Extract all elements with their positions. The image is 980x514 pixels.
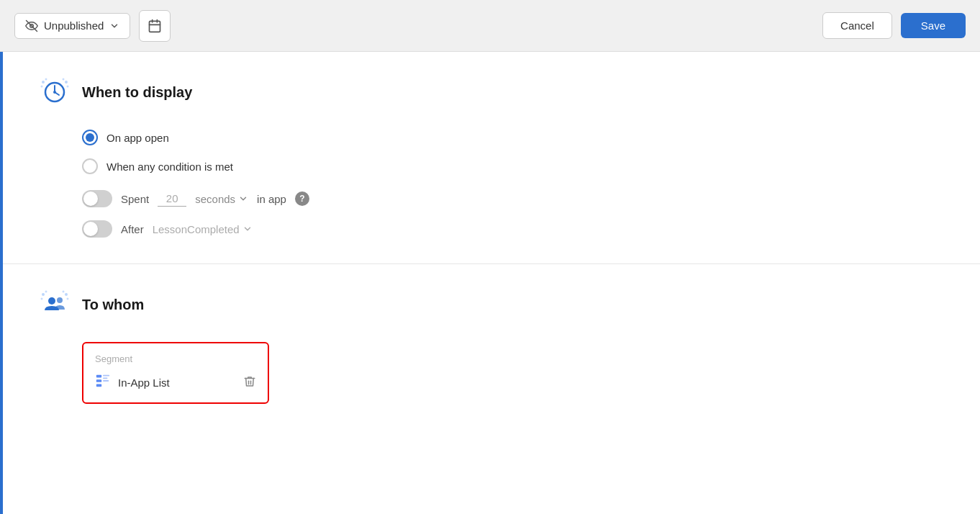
svg-point-22 xyxy=(48,297,55,305)
spent-label: Spent xyxy=(121,193,149,205)
unpublished-button[interactable]: Unpublished xyxy=(14,13,130,39)
trash-icon[interactable] xyxy=(243,375,256,391)
help-icon-symbol: ? xyxy=(299,194,304,204)
segment-item-name: In-App List xyxy=(118,377,236,389)
svg-point-10 xyxy=(67,86,69,88)
svg-point-21 xyxy=(63,291,65,293)
calendar-button[interactable] xyxy=(139,10,171,42)
svg-point-23 xyxy=(57,297,63,303)
after-condition-row: After LessonCompleted xyxy=(82,220,945,238)
svg-point-7 xyxy=(41,86,43,88)
svg-rect-2 xyxy=(150,21,160,32)
after-label: After xyxy=(121,223,144,235)
svg-rect-28 xyxy=(103,377,107,379)
save-button[interactable]: Save xyxy=(901,13,966,38)
radio-on-app-open-circle xyxy=(82,130,98,145)
people-icon xyxy=(39,289,71,320)
segment-list-icon xyxy=(95,373,111,392)
chevron-down-icon xyxy=(109,21,119,31)
svg-point-18 xyxy=(45,291,47,293)
clock-icon xyxy=(39,76,71,108)
condition-rows: Spent seconds in app ? After Lesso xyxy=(82,190,945,238)
in-app-label: in app xyxy=(257,193,286,205)
spent-value-input[interactable] xyxy=(158,191,186,207)
when-section-title: When to display xyxy=(82,84,192,101)
radio-any-condition-label: When any condition is met xyxy=(106,161,233,173)
radio-any-condition[interactable]: When any condition is met xyxy=(82,158,945,174)
help-icon[interactable]: ? xyxy=(295,191,309,206)
whom-section-title: To whom xyxy=(82,297,144,313)
lesson-chevron-icon xyxy=(242,224,253,234)
svg-point-17 xyxy=(41,298,43,300)
svg-point-8 xyxy=(45,78,47,81)
radio-on-app-open-label: On app open xyxy=(106,132,169,144)
radio-group: On app open When any condition is met xyxy=(82,130,945,174)
seconds-dropdown[interactable]: seconds xyxy=(195,193,248,205)
after-toggle[interactable] xyxy=(82,220,112,238)
seconds-chevron-icon xyxy=(238,194,248,204)
whom-section-icon xyxy=(37,287,72,322)
unpublished-label: Unpublished xyxy=(44,19,104,32)
segment-item: In-App List xyxy=(95,373,256,392)
topbar-right: Cancel Save xyxy=(822,12,966,39)
svg-point-15 xyxy=(53,91,56,94)
calendar-icon xyxy=(148,19,162,33)
segment-label: Segment xyxy=(95,353,256,364)
when-section: When to display On app open When any con… xyxy=(3,52,980,263)
svg-point-9 xyxy=(65,81,68,84)
whom-section-header: To whom xyxy=(37,287,945,322)
spent-condition-row: Spent seconds in app ? xyxy=(82,190,945,207)
svg-rect-24 xyxy=(96,375,101,378)
svg-rect-26 xyxy=(96,384,101,387)
svg-point-20 xyxy=(67,298,69,300)
cancel-button[interactable]: Cancel xyxy=(822,12,892,39)
svg-rect-27 xyxy=(103,375,109,377)
lesson-dropdown[interactable]: LessonCompleted xyxy=(153,223,253,235)
whom-section: To whom Segment In-App List xyxy=(3,263,980,430)
svg-rect-29 xyxy=(103,380,109,382)
svg-point-16 xyxy=(42,293,45,296)
topbar-left: Unpublished xyxy=(14,10,171,42)
segment-box: Segment In-App List xyxy=(82,342,269,404)
svg-rect-25 xyxy=(96,379,101,382)
svg-point-19 xyxy=(65,293,68,296)
unpublished-icon xyxy=(25,19,38,32)
radio-any-condition-circle xyxy=(82,158,98,174)
svg-point-11 xyxy=(63,78,65,81)
when-section-header: When to display xyxy=(37,75,945,109)
svg-point-6 xyxy=(42,81,45,84)
when-section-icon xyxy=(37,75,72,109)
main-content: When to display On app open When any con… xyxy=(0,52,980,514)
spent-toggle[interactable] xyxy=(82,190,112,207)
lesson-event-label: LessonCompleted xyxy=(153,223,240,235)
topbar: Unpublished Cancel Save xyxy=(0,0,980,52)
seconds-label: seconds xyxy=(195,193,235,205)
radio-on-app-open[interactable]: On app open xyxy=(82,130,945,145)
